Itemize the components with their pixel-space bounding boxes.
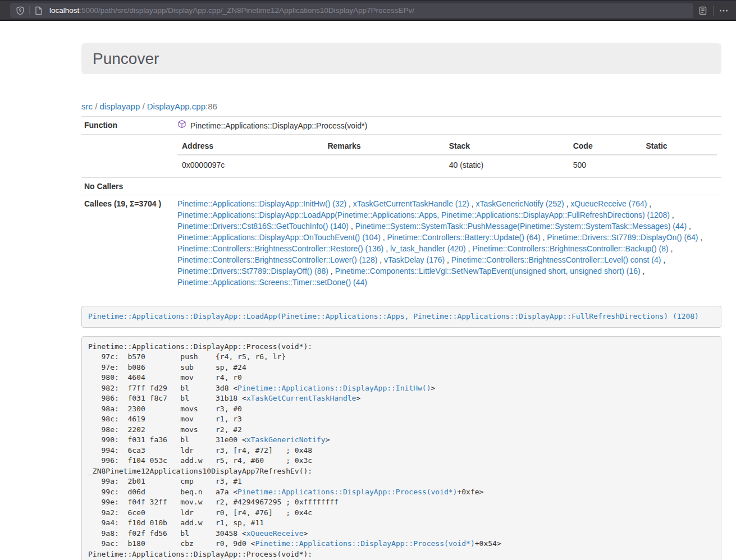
asm-symbol-link[interactable]: Pinetime::Applications::DisplayApp::Init… [237, 384, 431, 392]
ellipsis-icon[interactable] [719, 6, 729, 16]
metrics-header-row: AddressRemarksStackCodeStatic [177, 137, 717, 155]
callee-link[interactable]: Pinetime::Controllers::Battery::Update()… [387, 233, 541, 242]
url-path: :5000/path/src/displayapp/DisplayApp.cpp… [79, 6, 414, 15]
callee-link[interactable]: Pinetime::Components::LittleVgl::SetNewT… [335, 267, 641, 276]
table-cell: 0x0000097c [177, 155, 323, 175]
metrics-row: AddressRemarksStackCodeStatic 0x0000097c… [81, 135, 721, 178]
table-cell: 500 [569, 155, 642, 175]
page-icon[interactable] [34, 6, 43, 15]
callee-link[interactable]: xTaskGetCurrentTaskHandle (12) [353, 199, 469, 208]
breadcrumb-link[interactable]: src [81, 102, 93, 111]
callees-list: Pinetime::Applications::DisplayApp::Init… [173, 195, 721, 291]
callee-link[interactable]: Pinetime::Controllers::BrightnessControl… [451, 255, 661, 264]
callee-link[interactable]: Pinetime::Applications::Screens::Timer::… [177, 278, 367, 287]
callee-link[interactable]: Pinetime::Drivers::Cst816S::GetTouchInfo… [177, 222, 349, 231]
shield-icon[interactable] [16, 6, 25, 15]
toolbar-divider [713, 6, 714, 16]
callers-row: No Callers [81, 178, 721, 195]
page-container: Puncover src / displayapp / DisplayApp.c… [73, 43, 730, 560]
reader-view-icon[interactable] [698, 6, 708, 16]
asm-symbol-link[interactable]: Pinetime::Applications::DisplayApp::Proc… [255, 539, 474, 548]
page-title: Puncover [93, 51, 710, 67]
asm-symbol-link[interactable]: xTaskGetCurrentTaskHandle [246, 394, 356, 402]
callees-row: Callees (19, Σ=3704 ) Pinetime::Applicat… [81, 195, 721, 291]
column-header: Code [569, 137, 642, 155]
urlbar-divider [29, 6, 30, 15]
asm-symbol-link[interactable]: xQueueReceive [246, 529, 304, 538]
url-hostname: localhost [49, 6, 79, 15]
table-cell: 40 (static) [445, 155, 569, 175]
cube-icon [177, 120, 186, 131]
column-header: Address [177, 137, 323, 155]
callee-link[interactable]: lv_task_handler (420) [390, 244, 466, 253]
callee-link[interactable]: vTaskDelay (176) [384, 255, 445, 264]
column-header: Remarks [323, 137, 444, 155]
callee-link[interactable]: Pinetime::System::SystemTask::PushMessag… [355, 222, 687, 231]
table-row: 0x0000097c40 (static)500 [177, 155, 717, 175]
assembly-code-block: Pinetime::Applications::DisplayApp::Proc… [81, 336, 721, 560]
metrics-table: AddressRemarksStackCodeStatic 0x0000097c… [177, 137, 717, 175]
callee-link[interactable]: Pinetime::Drivers::St7789::DisplayOn() (… [547, 233, 698, 242]
callee-link[interactable]: Pinetime::Applications::DisplayApp::Init… [177, 199, 346, 208]
callee-link[interactable]: Pinetime::Applications::DisplayApp::OnTo… [177, 233, 381, 242]
breadcrumb: src / displayapp / DisplayApp.cpp:86 [81, 102, 721, 111]
table-cell [323, 155, 444, 175]
breadcrumb-separator: / [140, 102, 147, 111]
url-bar[interactable]: localhost:5000/path/src/displayapp/Displ… [10, 3, 693, 18]
symbol-table: Function Pinetime::Applications::Display… [81, 116, 721, 291]
app-title-panel: Puncover [81, 43, 721, 74]
breadcrumb-separator: / [93, 102, 100, 111]
url-text: localhost:5000/path/src/displayapp/Displ… [49, 6, 414, 15]
column-header: Stack [445, 137, 569, 155]
asm-symbol-link[interactable]: xTaskGenericNotify [246, 435, 326, 444]
highlighted-symbol-block: Pinetime::Applications::DisplayApp::Load… [81, 306, 721, 328]
function-row: Function Pinetime::Applications::Display… [81, 117, 721, 135]
browser-toolbar: localhost:5000/path/src/displayapp/Displ… [0, 0, 736, 21]
asm-symbol-link[interactable]: Pinetime::Applications::DisplayApp::Proc… [237, 488, 457, 496]
breadcrumb-link[interactable]: displayapp [100, 102, 140, 111]
callee-link[interactable]: xTaskGenericNotify (252) [476, 199, 564, 208]
column-header: Static [641, 137, 717, 155]
callee-link[interactable]: Pinetime::Controllers::BrightnessControl… [177, 255, 377, 264]
function-name: Pinetime::Applications::DisplayApp::Proc… [190, 120, 367, 131]
no-callers-label: No Callers [81, 178, 173, 195]
callee-link[interactable]: Pinetime::Drivers::St7789::DisplayOff() … [177, 267, 328, 276]
callees-label: Callees (19, Σ=3704 ) [81, 195, 173, 291]
line-number: :86 [205, 102, 217, 111]
function-label: Function [81, 117, 173, 135]
table-cell [641, 155, 717, 175]
highlighted-symbol-link[interactable]: Pinetime::Applications::DisplayApp::Load… [88, 312, 699, 320]
breadcrumb-link[interactable]: DisplayApp.cpp [147, 102, 205, 111]
callee-link[interactable]: Pinetime::Controllers::BrightnessControl… [472, 244, 668, 253]
callee-link[interactable]: xQueueReceive (764) [570, 199, 647, 208]
callee-link[interactable]: Pinetime::Controllers::BrightnessControl… [177, 244, 383, 253]
callee-link[interactable]: Pinetime::Applications::DisplayApp::Load… [177, 210, 670, 219]
